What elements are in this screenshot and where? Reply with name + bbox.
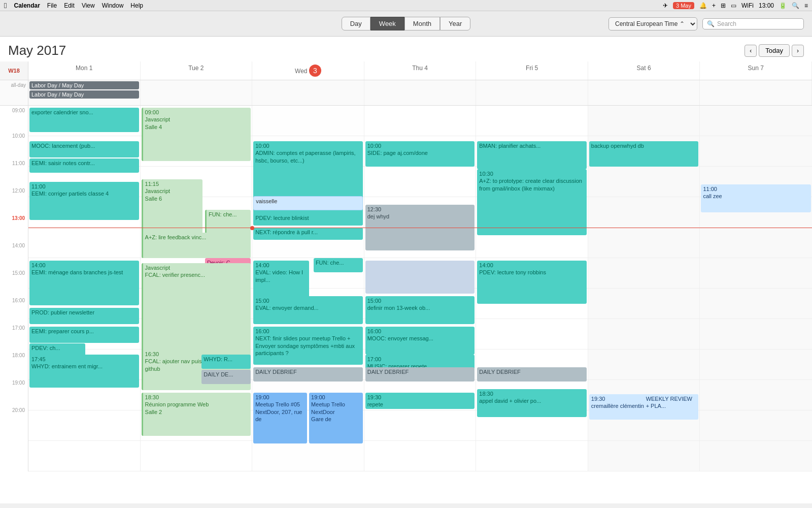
- day-col-sun: 11:00call zee: [700, 106, 812, 471]
- list-icon[interactable]: ≡: [804, 2, 808, 9]
- menu-file[interactable]: File: [47, 2, 57, 9]
- day-col-wed: 10:00ADMIN: comptes et paperasse (lampir…: [252, 106, 364, 471]
- event-tue-1[interactable]: 09:00JavascriptSalle 4: [142, 108, 251, 161]
- event-wed-pdev[interactable]: PDEV: lecture blinkist: [253, 213, 363, 226]
- event-wed-1[interactable]: 10:00ADMIN: comptes et paperasse (lampir…: [253, 141, 363, 225]
- event-wed-fun[interactable]: FUN: che...: [314, 258, 363, 272]
- time-column: 09:00 10:00 11:00 12:00 13:00 14:00 15:0…: [0, 106, 28, 471]
- view-week-button[interactable]: Week: [370, 17, 404, 30]
- week-grid: W18 Mon 1 Tue 2 Wed 3 Thu 4 Fri 5 Sat 6 …: [0, 61, 812, 503]
- event-mon-9[interactable]: 17:45WHYD: entrainem ent migr...: [29, 355, 139, 388]
- event-sun-1[interactable]: 11:00call zee: [701, 184, 811, 212]
- day-header-sat: Sat 6: [588, 61, 700, 80]
- allday-event[interactable]: Labor Day / May Day: [29, 81, 139, 89]
- menu-edit[interactable]: Edit: [64, 2, 75, 9]
- hour-label-15: 15:00: [0, 270, 28, 301]
- day-col-thu: 10:00SIDE: page aj.com/done 12:30dej why…: [364, 106, 477, 471]
- time-display: 13:00: [759, 2, 774, 9]
- event-thu-1[interactable]: 10:00SIDE: page aj.com/done: [365, 141, 475, 167]
- event-wed-meetup1[interactable]: 19:00Meetup Trello #05NextDoor, 207, rue…: [253, 393, 307, 443]
- event-mon-6[interactable]: PROD: publier newsletter: [29, 308, 139, 324]
- allday-mon: Labor Day / May Day Labor Day / May Day: [28, 80, 141, 105]
- event-fri-3[interactable]: 14:00PDEV: lecture tony robbins: [477, 261, 587, 304]
- event-thu-2[interactable]: 15:00definir mon 13-week ob...: [365, 296, 475, 324]
- event-wed-eval2[interactable]: 15:00EVAL: envoyer demand...: [253, 296, 363, 324]
- menu-view[interactable]: View: [82, 2, 95, 9]
- view-switcher: Day Week Month Year: [342, 17, 471, 30]
- event-sat-1[interactable]: backup openwhyd db: [589, 141, 699, 167]
- menu-window[interactable]: Window: [102, 2, 124, 9]
- hour-label-16: 16:00: [0, 298, 28, 328]
- day-header-fri: Fri 5: [476, 61, 588, 80]
- next-button[interactable]: ›: [792, 45, 804, 57]
- airplay-icon[interactable]: ▭: [731, 2, 736, 9]
- menu-help[interactable]: Help: [130, 2, 143, 9]
- allday-sat: [588, 80, 700, 105]
- today-button[interactable]: Today: [759, 44, 790, 57]
- day-col-tue: 09:00JavascriptSalle 4 11:15JavascriptSa…: [141, 106, 253, 471]
- wifi-icon: WiFi: [741, 2, 754, 9]
- allday-fri: [476, 80, 588, 105]
- event-wed-next[interactable]: NEXT: répondre à pull r...: [253, 228, 363, 240]
- allday-event[interactable]: Labor Day / May Day: [29, 90, 139, 99]
- hour-label-11: 11:00: [0, 161, 28, 191]
- hour-label-13: 13:00: [0, 215, 28, 246]
- hour-label-10: 10:00: [0, 133, 28, 164]
- notification-icon[interactable]: 🔔: [699, 2, 707, 9]
- allday-tue: [141, 80, 253, 105]
- day-header-thu: Thu 4: [364, 61, 477, 80]
- event-wed-vaisselle[interactable]: vaisselle: [253, 196, 363, 210]
- airdrop-icon: ✈: [663, 2, 668, 9]
- event-tue-daily[interactable]: DAILY DE...: [201, 370, 251, 384]
- menubar:  Calendar File Edit View Window Help ✈ …: [0, 0, 812, 11]
- day-col-sat: backup openwhyd db 19:30cremaillère clém…: [588, 106, 700, 471]
- allday-row: all-day Labor Day / May Day Labor Day / …: [0, 80, 812, 106]
- hour-label-12: 12:00: [0, 188, 28, 218]
- date-badge: 3 May: [673, 2, 694, 9]
- event-mon-7[interactable]: EEMI: preparer cours p...: [29, 327, 139, 343]
- current-time-line: [252, 228, 364, 228]
- event-thu-daily[interactable]: DAILY DEBRIEF: [365, 367, 475, 382]
- event-thu-5[interactable]: 19:30repete: [365, 393, 475, 409]
- search-icon: 🔍: [707, 20, 715, 27]
- hour-label-17: 17:00: [0, 325, 28, 356]
- event-fri-2[interactable]: 10:30A+Z: to prototype: create clear dis…: [477, 169, 587, 235]
- event-tue-3[interactable]: A+Z: lire feedback vinc...: [142, 233, 251, 258]
- event-fri-4[interactable]: 18:30appel david + olivier po...: [477, 389, 587, 417]
- day-header-tue: Tue 2: [141, 61, 253, 80]
- event-wed-next2[interactable]: 16:00NEXT: finir slides pour meetup Trel…: [253, 327, 363, 365]
- event-mon-5[interactable]: 14:00EEMI: ménage dans branches js-test: [29, 261, 139, 305]
- day-header-sun: Sun 7: [700, 61, 812, 80]
- event-mon-2[interactable]: MOOC: lancement (pub...: [29, 141, 139, 157]
- view-day-button[interactable]: Day: [342, 17, 370, 30]
- search-icon[interactable]: 🔍: [792, 2, 799, 9]
- day-col-fri: BMAN: planifier achats... 10:30A+Z: to p…: [476, 106, 588, 471]
- event-tue-whyd[interactable]: WHYD: R...: [201, 355, 251, 369]
- event-thu-dej[interactable]: 12:30dej whyd: [365, 205, 475, 250]
- hour-label-9: 09:00: [0, 106, 28, 136]
- event-sat-3[interactable]: WEEKLY REVIEW + PLA...: [644, 394, 699, 414]
- timezone-select[interactable]: Central European Time ⌃: [608, 17, 697, 30]
- event-wed-meetup2[interactable]: 19:00Meetup TrelloNextDoorGare de: [309, 393, 363, 443]
- time-grid-wrapper: 09:00 10:00 11:00 12:00 13:00 14:00 15:0…: [0, 106, 812, 471]
- event-mon-1[interactable]: exporter calendrier sno...: [29, 108, 139, 132]
- event-fri-daily[interactable]: DAILY DEBRIEF: [477, 367, 587, 382]
- event-thu-3[interactable]: 16:00MOOC: envoyer messag...: [365, 327, 475, 355]
- grid-icon[interactable]: ⊞: [721, 2, 726, 9]
- allday-sun: [700, 80, 812, 105]
- event-mon-4[interactable]: 11:00EEMI: corriger partiels classe 4: [29, 182, 139, 220]
- event-mon-3[interactable]: EEMI: saisir notes contr...: [29, 158, 139, 173]
- search-input-wrapper[interactable]: 🔍 Search: [702, 18, 804, 29]
- event-thu-empty[interactable]: [365, 261, 475, 294]
- event-tue-7[interactable]: 18:30Réunion programme WebSalle 2: [142, 393, 251, 436]
- battery-icon: 🔋: [779, 2, 787, 9]
- view-year-button[interactable]: Year: [440, 17, 470, 30]
- toolbar: Day Week Month Year Central European Tim…: [0, 11, 812, 37]
- apple-menu[interactable]: : [4, 1, 7, 10]
- add-icon[interactable]: +: [712, 2, 716, 9]
- view-month-button[interactable]: Month: [404, 17, 440, 30]
- event-fri-1[interactable]: BMAN: planifier achats...: [477, 141, 587, 169]
- allday-wed: [252, 80, 364, 105]
- prev-button[interactable]: ‹: [745, 45, 757, 57]
- event-wed-daily[interactable]: DAILY DEBRIEF: [253, 367, 363, 382]
